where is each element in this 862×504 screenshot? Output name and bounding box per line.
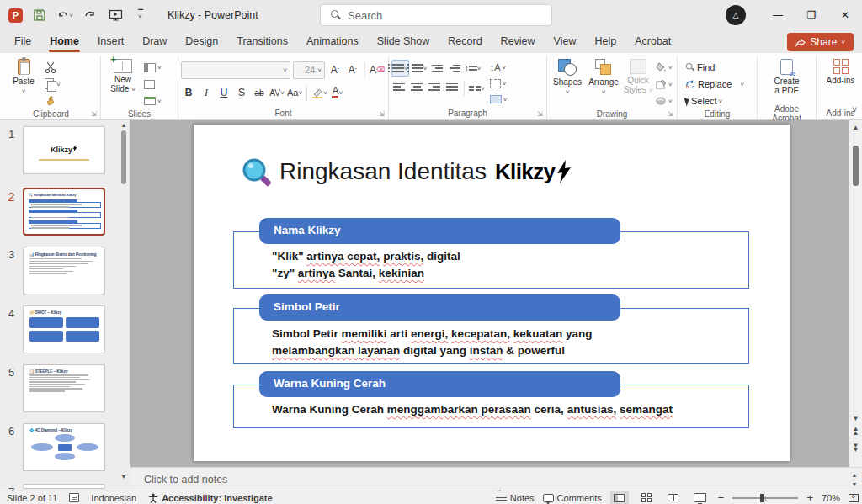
- section-body-text[interactable]: Simbol Petir memiliki arti energi, kecep…: [272, 326, 592, 359]
- section-body-text[interactable]: "Klik" artinya cepat, praktis, digital"z…: [272, 248, 460, 282]
- minimize-button[interactable]: —: [761, 0, 795, 30]
- change-case-button[interactable]: Aa˅: [287, 84, 302, 101]
- thumbnail-preview[interactable]: 🔍 Ringkasan Identitas Klikzy: [23, 188, 105, 236]
- underline-button[interactable]: U: [216, 84, 231, 101]
- notes-resize-arrows[interactable]: ▲▼: [849, 470, 859, 489]
- tab-record[interactable]: Record: [439, 31, 491, 52]
- thumbnail-scrollbar[interactable]: ▲ ▼: [120, 120, 128, 491]
- tab-slide-show[interactable]: Slide Show: [368, 31, 439, 52]
- format-painter-button[interactable]: [45, 94, 61, 108]
- justify-button[interactable]: [444, 80, 460, 97]
- thumbnail-preview[interactable]: Klikzy: [23, 126, 105, 174]
- addins-button[interactable]: Add-ins: [822, 56, 860, 85]
- reading-view-button[interactable]: [664, 491, 683, 504]
- font-name-select[interactable]: ˅: [181, 61, 290, 79]
- zoom-slider[interactable]: [732, 497, 798, 499]
- align-right-button[interactable]: [427, 80, 442, 97]
- shape-fill-dropdown-icon[interactable]: ˅: [668, 64, 673, 72]
- decrease-font-size-button[interactable]: Aˇ: [345, 61, 360, 78]
- text-shadow-button[interactable]: ab: [252, 84, 267, 101]
- canvas-scrollbar[interactable]: ▲ ▼ ▲▲ ▼▼: [849, 120, 862, 467]
- shape-outline-dropdown-icon[interactable]: ˅: [668, 81, 673, 88]
- create-pdf-button[interactable]: Createa PDF: [768, 56, 806, 95]
- tab-draw[interactable]: Draw: [133, 31, 176, 52]
- copy-dropdown-icon[interactable]: ˅: [56, 81, 61, 88]
- zoom-slider-thumb[interactable]: [760, 494, 764, 502]
- thumbnail-scroll-down-icon[interactable]: ▼: [120, 474, 128, 480]
- comments-toggle-button[interactable]: Comments: [543, 493, 602, 503]
- save-button[interactable]: [31, 7, 48, 24]
- zoom-out-button[interactable]: −: [718, 491, 725, 504]
- undo-button[interactable]: ˅: [56, 7, 73, 24]
- undo-dropdown-icon[interactable]: ˅: [69, 12, 73, 19]
- account-avatar[interactable]: △: [726, 5, 746, 25]
- share-button[interactable]: Share ˅: [787, 33, 854, 51]
- strikethrough-button[interactable]: S: [234, 84, 249, 101]
- thumbnail-slide-3[interactable]: 3📊 Ringkasan Bisnis dan Positioning: [0, 247, 130, 294]
- section-header-banner[interactable]: Simbol Petir: [259, 294, 620, 321]
- shape-fill-button[interactable]: ˅: [656, 61, 673, 74]
- tab-design[interactable]: Design: [176, 31, 227, 52]
- restore-button[interactable]: ❐: [795, 0, 828, 30]
- bold-button[interactable]: B: [181, 84, 196, 101]
- thumbnail-slide-6[interactable]: 6💠 4C Diamond – Klikzy: [0, 423, 130, 471]
- proofing-status-button[interactable]: [69, 493, 79, 502]
- thumbnail-slide-7-partial[interactable]: 7: [0, 484, 130, 491]
- shapes-button[interactable]: Shapes ˅: [550, 56, 585, 96]
- align-text-button[interactable]: ˅: [490, 77, 508, 90]
- arrange-dropdown-icon[interactable]: ˅: [602, 88, 606, 96]
- drawing-dialog-launcher-icon[interactable]: ⇲: [668, 110, 673, 118]
- language-button[interactable]: Indonesian: [91, 493, 136, 503]
- normal-view-button[interactable]: [610, 491, 629, 504]
- increase-indent-button[interactable]: [447, 60, 462, 77]
- tab-home[interactable]: Home: [40, 31, 88, 52]
- section-header-banner[interactable]: Nama Klikzy: [259, 218, 620, 244]
- thumbnail-preview[interactable]: 🧭 SWOT – Klikzy: [23, 305, 105, 353]
- thumbnail-slide-5[interactable]: 5📋 STEEPLE – Klikzy: [0, 364, 130, 412]
- slide-title[interactable]: Ringkasan Identitas Klikzy: [279, 158, 572, 185]
- fit-slide-to-window-button[interactable]: [849, 494, 859, 502]
- tab-transitions[interactable]: Transitions: [227, 31, 297, 52]
- copy-button[interactable]: ˅: [45, 77, 61, 91]
- highlight-dropdown-icon[interactable]: ˅: [323, 89, 327, 97]
- line-spacing-button[interactable]: ↕˅: [465, 60, 481, 77]
- paste-dropdown-icon[interactable]: ˅: [22, 88, 26, 95]
- powerpoint-app-icon[interactable]: P: [8, 8, 23, 23]
- shape-effects-button[interactable]: ˅: [656, 94, 673, 108]
- canvas-scroll-up-icon[interactable]: ▲: [849, 124, 862, 131]
- new-slide-button[interactable]: NewSlide ˅: [104, 56, 142, 94]
- arrange-button[interactable]: Arrange ˅: [585, 56, 622, 96]
- shape-effects-dropdown-icon[interactable]: ˅: [668, 98, 673, 105]
- tab-review[interactable]: Review: [492, 31, 545, 52]
- convert-smartart-button[interactable]: ˅: [490, 93, 508, 106]
- tab-insert[interactable]: Insert: [88, 31, 133, 52]
- clipboard-dialog-launcher-icon[interactable]: ⇲: [91, 110, 97, 118]
- thumbnail-preview[interactable]: 💠 4C Diamond – Klikzy: [23, 423, 105, 471]
- notes-pane[interactable]: Click to add notes ▲▼: [130, 467, 862, 491]
- highlight-color-button[interactable]: ˅: [311, 84, 327, 101]
- thumbnail-preview[interactable]: 📋 STEEPLE – Klikzy: [23, 364, 105, 412]
- increase-font-size-button[interactable]: Aˆ: [327, 61, 343, 78]
- text-direction-button[interactable]: ↕A˅: [490, 61, 508, 74]
- decrease-indent-button[interactable]: [429, 60, 444, 77]
- zoom-level[interactable]: 70%: [822, 493, 840, 503]
- start-slideshow-button[interactable]: [107, 7, 124, 24]
- shapes-dropdown-icon[interactable]: ˅: [566, 88, 570, 96]
- cut-button[interactable]: [45, 61, 61, 74]
- character-spacing-button[interactable]: AV˅: [269, 84, 285, 101]
- customize-qat-button[interactable]: ▔˅: [132, 7, 149, 24]
- zoom-in-button[interactable]: +: [806, 491, 813, 504]
- section-dropdown-icon[interactable]: ˅: [157, 98, 162, 105]
- paragraph-dialog-launcher-icon[interactable]: ⇲: [537, 110, 543, 118]
- font-color-button[interactable]: A ˅: [330, 84, 345, 101]
- canvas-scroll-down-icon[interactable]: ▼: [849, 415, 862, 422]
- font-dialog-launcher-icon[interactable]: ⇲: [379, 110, 385, 118]
- layout-dropdown-icon[interactable]: ˅: [157, 64, 162, 72]
- bullets-button[interactable]: ˅: [391, 60, 409, 77]
- columns-button[interactable]: ˅: [469, 80, 485, 97]
- find-button[interactable]: Find: [685, 61, 715, 74]
- reset-button[interactable]: [144, 77, 162, 91]
- select-dropdown-icon[interactable]: ˅: [719, 98, 723, 105]
- align-left-button[interactable]: [391, 80, 407, 97]
- numbering-button[interactable]: ˅: [412, 60, 428, 77]
